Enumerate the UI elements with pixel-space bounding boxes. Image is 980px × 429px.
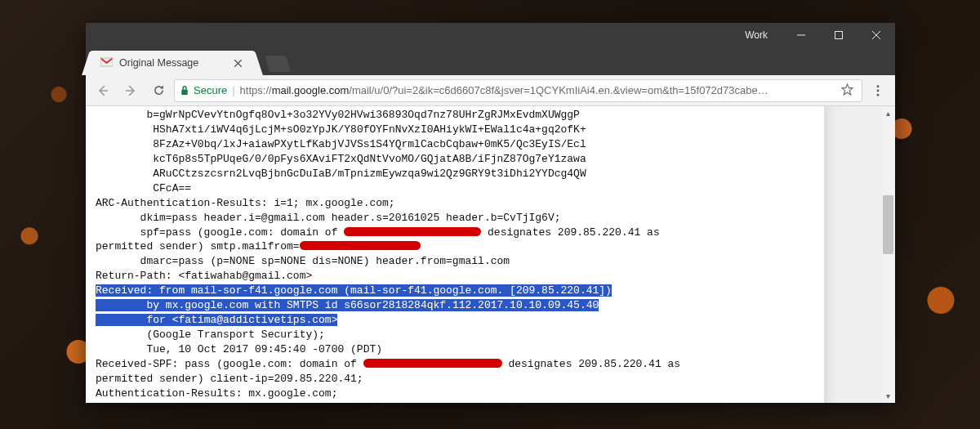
maximize-icon: [835, 31, 843, 39]
tab-strip: Original Message: [86, 46, 895, 75]
lock-icon: [180, 85, 189, 96]
reload-icon: [153, 84, 165, 96]
svg-point-5: [877, 93, 880, 96]
arrow-left-icon: [96, 84, 109, 97]
browser-menu-button[interactable]: [866, 78, 890, 103]
email-headers-raw[interactable]: b=gWrNpCVevYtnOgfq8Ovl+3o32YVy02HVwi3689…: [96, 108, 874, 403]
svg-rect-0: [835, 32, 843, 39]
new-tab-button[interactable]: [265, 56, 291, 72]
scroll-up-button[interactable]: ▴: [881, 106, 895, 120]
window-titlebar: Work: [86, 23, 895, 47]
selected-text: for <fatima@addictivetips.com>: [96, 314, 337, 326]
tab-close-button[interactable]: [231, 56, 244, 69]
window-maximize-button[interactable]: [820, 23, 858, 47]
browser-window: Work Original Message: [86, 23, 895, 403]
secure-label: Secure: [194, 84, 227, 96]
page-viewport: b=gWrNpCVevYtnOgfq8Ovl+3o32YVy02HVwi3689…: [86, 106, 895, 403]
bookmark-star-button[interactable]: [838, 83, 857, 98]
nav-reload-button[interactable]: [146, 78, 171, 103]
tab-title: Original Message: [119, 57, 198, 69]
star-icon: [841, 83, 853, 96]
svg-point-4: [877, 89, 880, 92]
url-text: https://mail.google.com/mail/u/0/?ui=2&i…: [240, 84, 833, 96]
secure-indicator[interactable]: Secure: [180, 84, 227, 96]
scroll-thumb[interactable]: [883, 195, 893, 254]
profile-label[interactable]: Work: [742, 29, 782, 41]
svg-rect-2: [181, 90, 187, 96]
redacted-email: [344, 227, 481, 236]
gmail-favicon: [100, 57, 113, 69]
close-icon: [872, 31, 880, 39]
minimize-icon: [797, 31, 805, 39]
window-minimize-button[interactable]: [782, 23, 820, 47]
svg-point-3: [877, 85, 880, 87]
nav-back-button[interactable]: [91, 78, 115, 103]
vertical-scrollbar[interactable]: ▴ ▾: [881, 106, 895, 403]
tab-original-message[interactable]: Original Message: [92, 51, 252, 75]
redacted-email: [363, 359, 502, 368]
browser-toolbar: Secure | https://mail.google.com/mail/u/…: [86, 75, 895, 106]
kebab-icon: [876, 85, 880, 96]
nav-forward-button[interactable]: [118, 78, 143, 103]
address-bar[interactable]: Secure | https://mail.google.com/mail/u/…: [174, 79, 862, 102]
arrow-right-icon: [124, 84, 137, 97]
scroll-down-button[interactable]: ▾: [881, 389, 895, 403]
window-close-button[interactable]: [858, 23, 895, 47]
close-icon: [234, 60, 242, 67]
redacted-email: [300, 241, 421, 250]
selected-text: Received: from mail-sor-f41.google.com (…: [96, 284, 612, 297]
selected-text: by mx.google.com with SMTPS id s66sor281…: [96, 299, 599, 311]
page-content[interactable]: b=gWrNpCVevYtnOgfq8Ovl+3o32YVy02HVwi3689…: [86, 106, 895, 403]
